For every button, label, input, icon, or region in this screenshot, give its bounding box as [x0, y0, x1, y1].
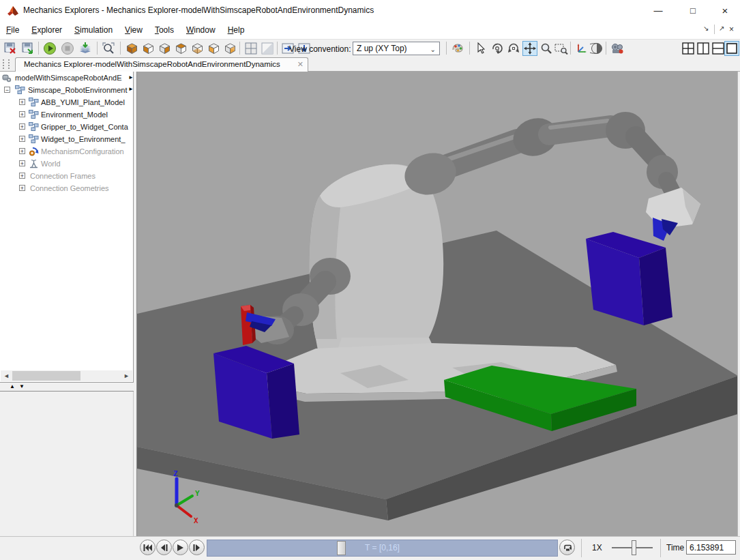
tree-item-label: Widget_to_Environment_: [41, 133, 125, 145]
play-button[interactable]: [173, 540, 188, 555]
layout-single-icon[interactable]: [724, 41, 739, 56]
menu-file[interactable]: File: [6, 22, 19, 39]
menu-tools[interactable]: Tools: [155, 22, 174, 39]
zoom-tool-icon[interactable]: [539, 41, 554, 56]
fit-to-view-icon[interactable]: [101, 41, 116, 56]
panel-expand-bottom-icon[interactable]: ►: [128, 86, 134, 92]
speed-slider-thumb[interactable]: [632, 540, 636, 555]
roll-tool-icon[interactable]: [506, 41, 521, 56]
time-field-label: Time: [666, 543, 684, 552]
model-tree-panel: modelWithSimscapeRobotAndE−Simscape_Robo…: [0, 72, 134, 383]
undock-icon[interactable]: ↗: [719, 25, 724, 32]
stop-icon[interactable]: [60, 41, 75, 56]
tree-item-label: World: [41, 158, 61, 170]
visual-settings-icon[interactable]: [450, 41, 465, 56]
view-top-icon[interactable]: [173, 41, 188, 56]
tree-item-simscape-robotenvironment[interactable]: −Simscape_RobotEnvironment: [0, 84, 133, 96]
perspective-icon[interactable]: [589, 41, 604, 56]
expand-icon[interactable]: +: [19, 173, 25, 179]
expand-icon[interactable]: +: [19, 99, 25, 105]
zoom-region-tool-icon[interactable]: [554, 41, 569, 56]
tree-item-modelwithsimscaperobotande[interactable]: modelWithSimscapeRobotAndE: [0, 72, 133, 84]
viewport-3d[interactable]: ZYX: [136, 72, 737, 536]
view-back-icon[interactable]: [157, 41, 172, 56]
maximize-button[interactable]: □: [681, 4, 705, 18]
viewport-scene[interactable]: ZYX: [137, 72, 738, 536]
tree-item-abb-yumi-plant-model[interactable]: +ABB_YUMI_Plant_Model: [0, 96, 133, 108]
view-front-icon[interactable]: [140, 41, 156, 56]
view-bottom-icon[interactable]: [190, 41, 205, 56]
time-slider-thumb[interactable]: [337, 541, 346, 555]
svg-text:Z: Z: [173, 469, 178, 478]
save-config-icon[interactable]: [3, 41, 18, 56]
tree-item-label: Connection Frames: [30, 170, 95, 182]
time-slider[interactable]: T = [0,16]: [207, 540, 558, 557]
go-to-start-button[interactable]: [140, 540, 156, 555]
play-icon[interactable]: [42, 41, 57, 56]
time-input[interactable]: [686, 540, 736, 555]
layout-grid-icon[interactable]: [681, 41, 696, 56]
main-toolbar: View convention: Z up (XY Top) ⌄: [0, 39, 740, 57]
menu-explorer[interactable]: Explorer: [31, 22, 62, 39]
menu-view[interactable]: View: [125, 22, 143, 39]
tree-horizontal-scrollbar[interactable]: ◄ ►: [1, 370, 132, 381]
layout-rows-icon[interactable]: [711, 41, 726, 56]
close-button[interactable]: ×: [713, 4, 737, 18]
tree-item-world[interactable]: +World: [0, 158, 133, 170]
step-back-button[interactable]: [156, 540, 172, 555]
minimize-button[interactable]: —: [647, 4, 670, 18]
dock-icon[interactable]: ↘: [703, 25, 709, 32]
tree-item-label: MechanismConfiguration: [41, 145, 124, 158]
expand-icon[interactable]: +: [19, 111, 25, 117]
menu-bar: FileExplorerSimulationViewToolsWindowHel…: [0, 22, 740, 39]
view-right-icon[interactable]: [222, 41, 237, 56]
layout-columns-icon[interactable]: [696, 41, 711, 56]
tab-close-icon[interactable]: ✕: [297, 60, 304, 69]
tab-grip-handle[interactable]: [3, 59, 10, 69]
menu-help[interactable]: Help: [228, 22, 245, 39]
collapse-icon[interactable]: −: [4, 87, 10, 93]
expand-icon[interactable]: +: [19, 185, 25, 191]
close-panel-icon[interactable]: ×: [729, 25, 734, 34]
scroll-right-icon[interactable]: ►: [123, 372, 130, 379]
panel-splitter[interactable]: ▲ ▼: [0, 383, 134, 392]
menu-window[interactable]: Window: [186, 22, 216, 39]
tree-item-widget-to-environment-[interactable]: +Widget_to_Environment_: [0, 133, 133, 145]
show-frame-icon[interactable]: [574, 41, 589, 56]
step-forward-button[interactable]: [189, 540, 205, 555]
save-config-as-icon[interactable]: [20, 41, 35, 56]
record-video-icon[interactable]: [610, 41, 625, 56]
tab-label: Mechanics Explorer-modelWithSimscapeRobo…: [24, 60, 280, 68]
loop-button[interactable]: [559, 540, 575, 555]
rotate-tool-icon[interactable]: [490, 41, 505, 56]
tab-mechanics-explorer[interactable]: Mechanics Explorer-modelWithSimscapeRobo…: [15, 57, 308, 72]
expand-icon[interactable]: +: [19, 123, 25, 130]
expand-icon[interactable]: +: [19, 148, 25, 154]
select-tool-icon[interactable]: [473, 41, 488, 56]
pan-tool-icon[interactable]: [522, 41, 537, 56]
tree-item-gripper-to-widget-conta[interactable]: +Gripper_to_Widget_Conta: [0, 121, 133, 133]
view-left-icon[interactable]: [206, 41, 221, 56]
tree-item-label: Simscape_RobotEnvironment: [28, 84, 128, 96]
view-convention-dropdown[interactable]: Z up (XY Top) ⌄: [353, 42, 440, 55]
svg-text:Y: Y: [195, 489, 200, 498]
tree-item-environment-model[interactable]: +Environment_Model: [0, 108, 133, 121]
tree-item-connection-geometries[interactable]: +Connection Geometries: [0, 182, 133, 194]
tree-item-mechanismconfiguration[interactable]: +MechanismConfiguration: [0, 145, 133, 158]
view-isometric-icon[interactable]: [124, 41, 139, 56]
export-animation-icon[interactable]: [78, 41, 93, 56]
tree-item-connection-frames[interactable]: +Connection Frames: [0, 170, 133, 182]
splitter-down-icon[interactable]: ▼: [19, 383, 25, 389]
chevron-down-icon: ⌄: [430, 44, 436, 56]
split-single-icon[interactable]: [260, 41, 275, 56]
scrollbar-thumb[interactable]: [12, 371, 80, 381]
panel-expand-top-icon[interactable]: ►: [128, 74, 134, 80]
splitter-up-icon[interactable]: ▲: [10, 383, 15, 389]
expand-icon[interactable]: +: [19, 160, 25, 166]
menu-simulation[interactable]: Simulation: [74, 22, 113, 39]
scroll-left-icon[interactable]: ◄: [3, 372, 10, 379]
matlab-logo-icon: [7, 5, 19, 17]
split-four-icon[interactable]: [243, 41, 258, 56]
expand-icon[interactable]: +: [19, 136, 25, 142]
viewport-right-frame: [737, 72, 740, 536]
